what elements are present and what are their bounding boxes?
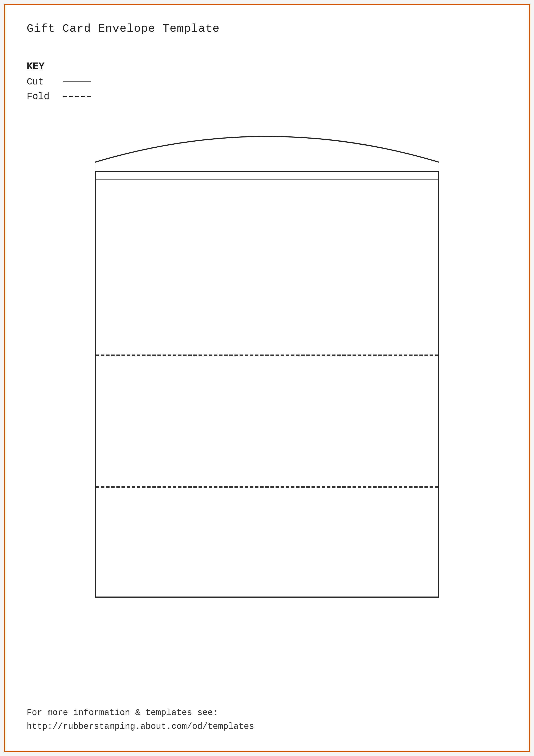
- envelope-body: [95, 171, 439, 598]
- cut-line-sample: [63, 81, 91, 82]
- page-content: Gift Card Envelope Template KEY Cut Fold: [4, 4, 530, 752]
- fold-key-item: Fold: [27, 91, 507, 102]
- fold-line-1: [96, 355, 438, 356]
- key-section: KEY Cut Fold: [27, 61, 507, 102]
- cut-key-item: Cut: [27, 76, 507, 87]
- fold-line-2: [96, 486, 438, 488]
- footer-url: http://rubberstamping.about.com/od/templ…: [27, 720, 254, 734]
- envelope-wrapper: [27, 123, 507, 598]
- envelope-container: [95, 123, 439, 598]
- fold-line-sample: [63, 96, 91, 97]
- footer-section: For more information & templates see: ht…: [27, 706, 254, 734]
- cut-label: Cut: [27, 76, 59, 87]
- fold-label: Fold: [27, 91, 59, 102]
- footer-line1: For more information & templates see:: [27, 706, 254, 720]
- page-title: Gift Card Envelope Template: [27, 22, 507, 35]
- key-label: KEY: [27, 61, 507, 72]
